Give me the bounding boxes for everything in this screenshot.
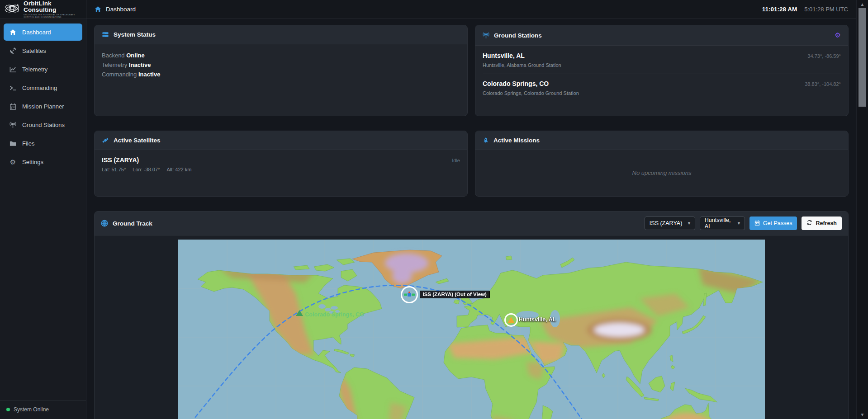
scroll-down-icon[interactable]: ▼ [857, 412, 868, 417]
main-content: System Status Backend Online Telemetry I… [86, 19, 856, 419]
scrollbar-thumb[interactable] [859, 8, 866, 107]
sidebar-item-label: Settings [22, 159, 43, 165]
card-title: Active Satellites [114, 137, 161, 144]
home-icon [95, 6, 101, 13]
satellite-icon [404, 292, 415, 298]
status-value: Inactive [129, 61, 151, 68]
station-select[interactable]: Huntsville, AL ▼ [700, 217, 745, 230]
station-description: Colorado Springs, Colorado Ground Statio… [483, 90, 841, 96]
vertical-scrollbar[interactable]: ▲ ▼ [856, 0, 868, 419]
panel-title: Ground Track [113, 220, 152, 227]
server-icon [102, 31, 109, 38]
colorado-springs-label: Colorado Springs, CO [305, 311, 365, 318]
ground-stations-card: Ground Stations ⚙ Huntsville, AL 34.73°,… [475, 25, 849, 116]
ground-track-map[interactable]: Colorado Springs, CO Huntsville, AL [178, 240, 765, 419]
status-value: Inactive [138, 71, 160, 78]
calendar-icon [754, 220, 760, 227]
sidebar-item-label: Dashboard [22, 29, 51, 36]
online-dot-icon [6, 408, 10, 411]
gear-icon: ⚙ [9, 159, 17, 165]
system-status-card: System Status Backend Online Telemetry I… [94, 25, 468, 116]
sidebar-item-ground-stations[interactable]: Ground Stations [4, 116, 82, 133]
iss-marker[interactable] [401, 286, 418, 303]
sidebar-item-commanding[interactable]: Commanding [4, 79, 82, 96]
clock-group: 11:01:28 AM 5:01:28 PM UTC [762, 6, 848, 13]
card-title: Ground Stations [494, 32, 542, 39]
station-name: Colorado Springs, CO [483, 80, 549, 87]
status-row: Commanding Inactive [102, 70, 460, 80]
gear-icon[interactable]: ⚙ [835, 31, 841, 39]
colorado-springs-marker[interactable] [296, 310, 303, 316]
satellite-lat: Lat: 51.75° [102, 167, 126, 172]
station-name: Huntsville, AL [483, 52, 525, 59]
scroll-up-icon[interactable]: ▲ [857, 2, 868, 7]
station-description: Huntsville, Alabama Ground Station [483, 62, 841, 68]
brand: OrbitLink Consulting UNLOCKING THE POTEN… [0, 0, 86, 19]
sidebar-item-label: Commanding [22, 85, 57, 91]
brand-name: OrbitLink Consulting [24, 0, 81, 13]
station-row[interactable]: Colorado Springs, CO 38.83°, -104.82° Co… [483, 80, 841, 96]
chart-line-icon [9, 66, 17, 73]
station-select-value: Huntsville, AL [705, 217, 733, 230]
sidebar: OrbitLink Consulting UNLOCKING THE POTEN… [0, 0, 86, 419]
folder-icon [9, 140, 17, 147]
calendar-icon [9, 103, 17, 110]
card-title: System Status [114, 31, 156, 38]
rocket-icon [483, 137, 489, 144]
sidebar-item-label: Files [22, 140, 34, 147]
antenna-icon [9, 122, 17, 128]
page-title: Dashboard [106, 6, 136, 13]
card-title: Active Missions [493, 137, 540, 144]
sidebar-item-label: Telemetry [22, 66, 47, 73]
station-coords: 34.73°, -86.59° [807, 53, 841, 59]
utc-time: 5:01:28 PM UTC [804, 6, 848, 13]
status-row: Backend Online [102, 51, 460, 61]
sidebar-item-label: Satellites [22, 47, 46, 54]
refresh-button[interactable]: Refresh [802, 217, 842, 230]
get-passes-button[interactable]: Get Passes [749, 217, 797, 230]
chevron-down-icon: ▼ [737, 221, 741, 226]
sidebar-item-telemetry[interactable]: Telemetry [4, 61, 82, 78]
local-time: 11:01:28 AM [762, 6, 797, 13]
station-triangle-icon [508, 317, 515, 323]
refresh-icon [806, 220, 812, 227]
orbitlink-logo-icon [5, 2, 20, 17]
sidebar-item-settings[interactable]: ⚙ Settings [4, 153, 82, 170]
sidebar-item-label: Mission Planner [22, 103, 64, 110]
divider [483, 74, 841, 74]
huntsville-marker[interactable] [504, 313, 518, 327]
empty-missions-text: No upcoming missions [632, 169, 692, 176]
world-map-image [178, 240, 765, 419]
satellite-status-badge: Idle [452, 158, 460, 163]
satellite-dish-icon [9, 47, 17, 54]
terminal-icon [9, 85, 17, 91]
breadcrumb: Dashboard [95, 6, 136, 13]
satellite-row[interactable]: ISS (ZARYA) Idle Lat: 51.75° Lon: -38.07… [102, 156, 460, 172]
station-coords: 38.83°, -104.82° [805, 81, 841, 87]
antenna-icon [483, 32, 489, 39]
home-icon [9, 29, 17, 36]
sidebar-item-dashboard[interactable]: Dashboard [4, 24, 82, 41]
system-online-label: System Online [14, 406, 49, 413]
system-status-indicator: System Online [0, 400, 86, 419]
topbar: Dashboard 11:01:28 AM 5:01:28 PM UTC [86, 0, 856, 19]
satellite-lon: Lon: -38.07° [133, 167, 160, 172]
brand-tagline: UNLOCKING THE POTENTIAL OF SPACECRAFT CO… [24, 14, 81, 18]
sidebar-item-files[interactable]: Files [4, 135, 82, 152]
sidebar-item-mission-planner[interactable]: Mission Planner [4, 98, 82, 115]
sidebar-nav: Dashboard Satellites Telemetry Commandin… [0, 19, 86, 176]
sidebar-item-satellites[interactable]: Satellites [4, 42, 82, 59]
station-row[interactable]: Huntsville, AL 34.73°, -86.59° Huntsvill… [483, 52, 841, 68]
ground-track-panel: Ground Track ISS (ZARYA) ▼ Huntsville, A… [94, 211, 849, 419]
status-row: Telemetry Inactive [102, 61, 460, 70]
orbitlink-dashboard: OrbitLink Consulting UNLOCKING THE POTEN… [0, 0, 868, 419]
huntsville-label: Huntsville, AL [519, 316, 556, 323]
sidebar-footer: System Online [0, 400, 86, 419]
active-missions-card: Active Missions No upcoming missions [475, 131, 849, 197]
satellite-icon [102, 137, 109, 144]
iss-label: ISS (ZARYA) (Out of View) [420, 291, 490, 298]
satellite-select-value: ISS (ZARYA) [650, 220, 682, 226]
status-value: Online [126, 52, 144, 59]
satellite-select[interactable]: ISS (ZARYA) ▼ [645, 217, 695, 230]
satellite-alt: Alt: 422 km [166, 167, 191, 172]
